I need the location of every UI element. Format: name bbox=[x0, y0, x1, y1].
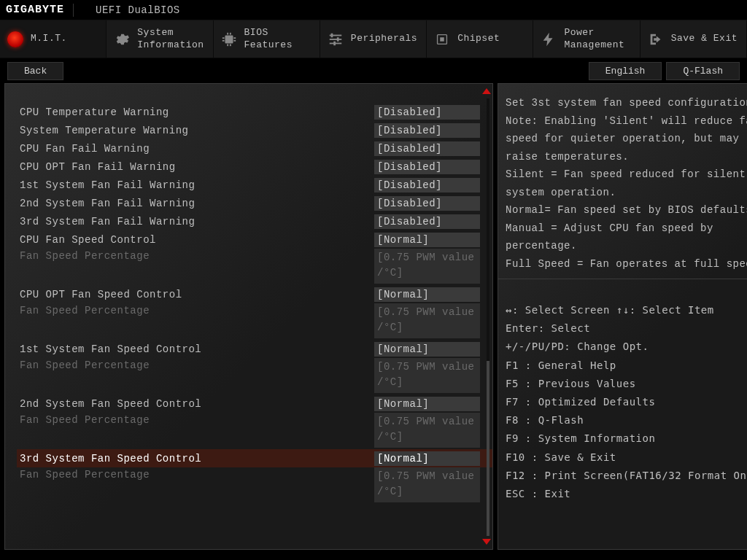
language-button[interactable]: English bbox=[589, 62, 662, 80]
setting-row[interactable]: 2nd System Fan Speed Control[Normal] bbox=[17, 394, 492, 413]
setting-row: Fan Speed Percentage[0.75 PWM value/°C] bbox=[17, 467, 492, 504]
scrollbar-thumb[interactable] bbox=[487, 361, 489, 536]
setting-row[interactable]: CPU OPT Fan Fail Warning[Disabled] bbox=[17, 158, 492, 176]
setting-value[interactable]: [Disabled] bbox=[374, 105, 480, 120]
setting-value[interactable]: [Disabled] bbox=[374, 214, 480, 229]
setting-label: CPU OPT Fan Speed Control bbox=[17, 289, 374, 300]
setting-label: 1st System Fan Speed Control bbox=[17, 343, 374, 355]
help-key-line: F7 : Optimized Defaults bbox=[506, 393, 747, 411]
tab-label: Peripherals bbox=[351, 33, 417, 44]
setting-label: Fan Speed Percentage bbox=[17, 467, 374, 481]
tab-label: Save & Exit bbox=[671, 33, 738, 44]
exit-icon bbox=[646, 30, 665, 49]
help-text-line: speed for quieter operation, but may bbox=[506, 130, 747, 148]
brand-logo: GIGABYTE bbox=[6, 4, 64, 16]
help-key-line: ESC : Exit bbox=[506, 485, 747, 503]
setting-value[interactable]: [Disabled] bbox=[374, 123, 480, 138]
setting-value: [0.75 PWM value/°C] bbox=[374, 467, 480, 502]
setting-label: 1st System Fan Fail Warning bbox=[17, 179, 374, 191]
scroll-down-icon[interactable] bbox=[482, 539, 491, 545]
cpu-icon bbox=[433, 30, 452, 49]
svg-rect-1 bbox=[222, 37, 224, 39]
setting-label: 2nd System Fan Fail Warning bbox=[17, 198, 374, 209]
setting-value[interactable]: [Normal] bbox=[374, 342, 480, 357]
setting-row: Fan Speed Percentage[0.75 PWM value/°C] bbox=[17, 303, 492, 340]
setting-row: Fan Speed Percentage[0.75 PWM value/°C] bbox=[17, 413, 492, 449]
setting-row[interactable]: 1st System Fan Fail Warning[Disabled] bbox=[17, 176, 492, 194]
tab-bios-features[interactable]: BIOS Features bbox=[214, 20, 320, 58]
help-key-line: ↔: Select Screen ↑↓: Select Item bbox=[506, 301, 747, 319]
settings-panel: CPU Temperature Warning[Disabled]System … bbox=[4, 83, 493, 550]
tab-save-exit[interactable]: Save & Exit bbox=[640, 20, 747, 58]
help-text-line: raise temperatures. bbox=[506, 148, 747, 166]
setting-value[interactable]: [Disabled] bbox=[374, 196, 480, 211]
setting-row[interactable]: 2nd System Fan Fail Warning[Disabled] bbox=[17, 194, 492, 212]
setting-row[interactable]: 3rd System Fan Speed Control[Normal] bbox=[17, 449, 492, 467]
setting-value[interactable]: [Disabled] bbox=[374, 141, 480, 156]
setting-label: CPU OPT Fan Fail Warning bbox=[17, 161, 374, 173]
help-key-line: F12 : Print Screen(FAT16/32 Format Only) bbox=[506, 467, 747, 485]
help-key-line: Enter: Select bbox=[506, 319, 747, 338]
setting-value[interactable]: [Normal] bbox=[374, 287, 480, 302]
setting-label: 3rd System Fan Fail Warning bbox=[17, 216, 374, 228]
tab-label: BIOS Features bbox=[244, 27, 293, 51]
back-button[interactable]: Back bbox=[7, 62, 63, 80]
record-icon bbox=[6, 30, 25, 49]
tab-power-management[interactable]: Power Management bbox=[533, 20, 640, 58]
setting-row[interactable]: CPU OPT Fan Speed Control[Normal] bbox=[17, 285, 492, 303]
setting-value[interactable]: [Disabled] bbox=[374, 160, 480, 174]
tab-peripherals[interactable]: Peripherals bbox=[320, 20, 427, 58]
brand-subtitle: UEFI DualBIOS bbox=[96, 4, 180, 16]
setting-row[interactable]: 3rd System Fan Fail Warning[Disabled] bbox=[17, 212, 492, 230]
help-key-line: F9 : System Information bbox=[506, 429, 747, 448]
setting-value: [0.75 PWM value/°C] bbox=[374, 303, 480, 338]
svg-rect-2 bbox=[222, 39, 224, 41]
svg-rect-14 bbox=[333, 41, 336, 45]
help-panel: Set 3st system fan speed configuration.N… bbox=[498, 83, 747, 550]
help-text-line: Normal= Fan speed set by BIOS defaults. bbox=[506, 201, 747, 219]
qflash-button[interactable]: Q-Flash bbox=[666, 62, 740, 80]
setting-row[interactable]: System Temperature Warning[Disabled] bbox=[17, 121, 492, 139]
sub-bar: Back English Q-Flash bbox=[0, 58, 747, 83]
setting-value[interactable]: [Disabled] bbox=[374, 178, 480, 192]
tab-label: M.I.T. bbox=[31, 33, 67, 44]
setting-row[interactable]: CPU Fan Fail Warning[Disabled] bbox=[17, 139, 492, 158]
setting-row[interactable]: 1st System Fan Speed Control[Normal] bbox=[17, 340, 492, 358]
help-key-line: F8 : Q-Flash bbox=[506, 411, 747, 429]
help-text-line: percentage. bbox=[506, 237, 747, 255]
setting-label: Fan Speed Percentage bbox=[17, 358, 374, 371]
tab-mit[interactable]: M.I.T. bbox=[0, 20, 107, 58]
divider bbox=[73, 4, 74, 17]
svg-rect-16 bbox=[440, 37, 444, 42]
help-description: Set 3st system fan speed configuration.N… bbox=[498, 84, 747, 279]
svg-rect-4 bbox=[233, 39, 236, 41]
setting-label: 2nd System Fan Speed Control bbox=[17, 398, 374, 410]
help-key-line: +/-/PU/PD: Change Opt. bbox=[506, 338, 747, 356]
svg-rect-10 bbox=[330, 39, 342, 40]
setting-label: Fan Speed Percentage bbox=[17, 303, 374, 316]
setting-value: [0.75 PWM value/°C] bbox=[374, 358, 480, 393]
setting-value: [0.75 PWM value/°C] bbox=[374, 249, 480, 284]
help-key-line: F1 : General Help bbox=[506, 357, 747, 375]
sliders-icon bbox=[326, 30, 345, 49]
help-text-line: Full Speed = Fan operates at full speed. bbox=[506, 255, 747, 273]
setting-value[interactable]: [Normal] bbox=[374, 397, 480, 411]
help-text-line: Note: Enabling 'Silent' will reduce fan bbox=[506, 112, 747, 131]
setting-row: Fan Speed Percentage[0.75 PWM value/°C] bbox=[17, 358, 492, 394]
tab-system-information[interactable]: System Information bbox=[107, 20, 213, 58]
tab-chipset[interactable]: Chipset bbox=[427, 20, 533, 58]
setting-value[interactable]: [Normal] bbox=[374, 233, 480, 247]
help-key-line: F10 : Save & Exit bbox=[506, 448, 747, 467]
setting-value[interactable]: [Normal] bbox=[374, 451, 480, 466]
setting-label: 3rd System Fan Speed Control bbox=[17, 453, 374, 464]
svg-rect-13 bbox=[337, 37, 339, 42]
svg-rect-5 bbox=[227, 32, 228, 34]
svg-rect-7 bbox=[227, 44, 228, 46]
help-key-line: F5 : Previous Values bbox=[506, 375, 747, 393]
scroll-up-icon[interactable] bbox=[482, 88, 491, 94]
tab-label: System Information bbox=[137, 27, 204, 51]
svg-rect-3 bbox=[233, 37, 236, 39]
setting-row[interactable]: CPU Fan Speed Control[Normal] bbox=[17, 230, 492, 249]
setting-label: CPU Fan Speed Control bbox=[17, 234, 374, 246]
setting-row[interactable]: CPU Temperature Warning[Disabled] bbox=[17, 103, 492, 121]
